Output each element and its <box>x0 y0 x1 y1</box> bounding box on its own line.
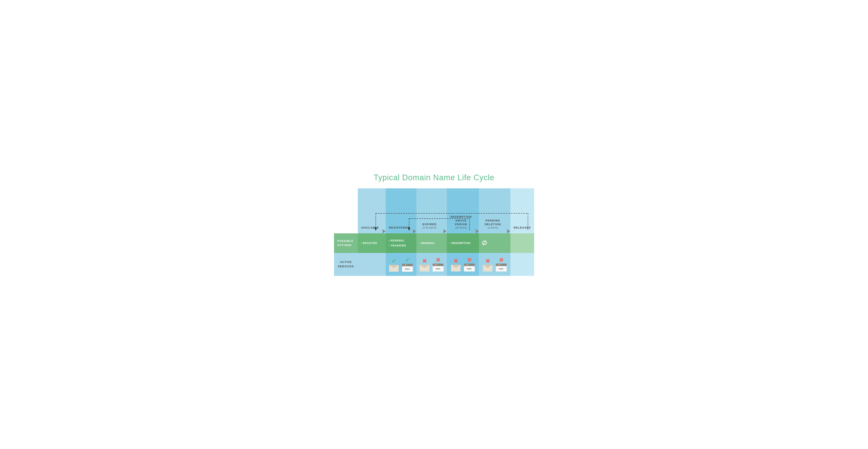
spacer-released <box>510 188 534 211</box>
envelope-pending <box>483 265 493 271</box>
action-registered: • RENEWAL• TRANSFER <box>386 233 416 253</box>
stage-available-label: AVAILABLE <box>360 226 380 230</box>
envelope-registered <box>389 265 399 272</box>
arrow-1 <box>382 229 385 233</box>
svg-point-35 <box>468 264 470 265</box>
stage-expired: EXPIRED (0-30 DAYS) <box>416 211 443 233</box>
svg-text:www.: www. <box>405 268 410 270</box>
check-browser-registered: ✔ <box>405 257 410 263</box>
browser-expired: www. <box>433 263 443 271</box>
service-registered-pair: ✔ ✔ <box>388 257 414 272</box>
stage-released: RELEASED <box>510 211 534 233</box>
spacer-available <box>358 188 382 211</box>
arrow-cell-5 <box>507 211 510 233</box>
browser-redemption: www. <box>464 263 475 271</box>
services-row-label: ACTIVESERVICES <box>334 253 358 276</box>
svg-point-15 <box>406 264 408 266</box>
spacer-arr2 <box>413 188 416 211</box>
action-expired-text: • RENEWAL <box>419 240 444 246</box>
stage-redemption-label: REDEMPTION GRACE PERIOD <box>449 215 473 226</box>
envelope-redemption <box>451 265 461 271</box>
x-email-redemption: ✖ <box>454 258 458 264</box>
stage-pending-sub: (5 DAYS) <box>481 226 504 229</box>
svg-text:www.: www. <box>499 268 503 270</box>
actions-row: POSSIBLEACTIONS • REGISTER • RENEWAL• TR… <box>334 233 534 253</box>
service-expired-pair: ✖ ✖ <box>418 257 445 271</box>
browser-pending: www. <box>496 263 507 271</box>
stage-redemption: REDEMPTION GRACE PERIOD (30 DAYS) <box>447 211 475 233</box>
envelope-svg-expired <box>420 265 429 271</box>
svg-point-45 <box>500 264 501 265</box>
stage-label-empty <box>334 211 358 233</box>
stage-expired-label: EXPIRED <box>418 223 441 226</box>
spacer-label <box>334 188 358 211</box>
page-title: Typical Domain Name Life Cycle <box>334 173 534 182</box>
actions-row-label: POSSIBLEACTIONS <box>334 233 358 253</box>
svg-point-44 <box>499 264 500 265</box>
x-browser-pending: ✖ <box>499 257 503 263</box>
stage-row: AVAILABLE REGISTERED EXPIRED (0-30 DAYS) <box>334 211 534 233</box>
svg-point-25 <box>437 264 438 265</box>
arrow-cell-2 <box>413 211 416 233</box>
action-available: • REGISTER <box>358 233 386 253</box>
service-redemption-email: ✖ <box>451 258 461 271</box>
service-redemption-pair: ✖ ✖ <box>449 257 477 271</box>
stage-registered-label: REGISTERED <box>388 226 410 230</box>
diagram-wrapper: AVAILABLE REGISTERED EXPIRED (0-30 DAYS) <box>334 188 534 276</box>
spacer-pending <box>479 188 507 211</box>
svg-point-43 <box>497 264 498 265</box>
stage-released-label: RELEASED <box>513 226 532 230</box>
spacer-arr3 <box>443 188 447 211</box>
arrow-cell-1 <box>382 211 386 233</box>
stage-registered: REGISTERED <box>386 211 413 233</box>
x-browser-redemption: ✖ <box>467 257 472 263</box>
browser-svg-registered: www. <box>402 264 413 272</box>
svg-text:www.: www. <box>435 268 440 270</box>
action-redemption-text: • REDEMPTION <box>450 240 476 246</box>
svg-point-34 <box>467 264 468 265</box>
service-pending-email: ✖ <box>483 258 493 271</box>
service-expired-browser: ✖ www. <box>433 257 443 271</box>
service-expired-email: ✖ <box>420 258 429 271</box>
svg-point-23 <box>434 264 435 265</box>
envelope-expired <box>420 265 429 271</box>
spacer-arr4 <box>475 188 479 211</box>
browser-registered: www. <box>402 264 413 272</box>
spacer-arr1 <box>382 188 386 211</box>
lifecycle-table: AVAILABLE REGISTERED EXPIRED (0-30 DAYS) <box>334 188 534 276</box>
envelope-svg-redemption <box>451 265 461 271</box>
service-redemption: ✖ ✖ <box>447 253 479 276</box>
arrow-2 <box>413 229 416 233</box>
browser-svg-redemption: www. <box>464 263 475 271</box>
stage-available: AVAILABLE <box>358 211 382 233</box>
check-email-registered: ✔ <box>392 258 396 264</box>
arrow-5 <box>507 229 510 233</box>
arrow-cell-3 <box>443 211 447 233</box>
x-browser-expired: ✖ <box>436 257 440 263</box>
x-email-pending: ✖ <box>486 258 490 264</box>
spacer-registered <box>386 188 413 211</box>
service-pending: ✖ ✖ <box>479 253 510 276</box>
action-released <box>510 233 534 253</box>
arrow-cell-4 <box>475 211 479 233</box>
spacer-redemption <box>447 188 475 211</box>
spacer-expired <box>416 188 443 211</box>
service-expired: ✖ ✖ <box>416 253 447 276</box>
spacer-arr5 <box>507 188 510 211</box>
service-registered-browser: ✔ <box>402 257 413 272</box>
service-available <box>358 253 386 276</box>
stage-pending: PENDING DELETION (5 DAYS) <box>479 211 507 233</box>
browser-svg-expired: www. <box>433 263 443 271</box>
envelope-svg-pending <box>483 265 493 271</box>
svg-point-33 <box>465 264 466 265</box>
service-registered: ✔ ✔ <box>386 253 416 276</box>
stage-redemption-sub: (30 DAYS) <box>449 226 473 229</box>
svg-point-13 <box>403 264 404 266</box>
service-redemption-browser: ✖ www. <box>464 257 475 271</box>
services-row: ACTIVESERVICES ✔ <box>334 253 534 276</box>
action-expired: • RENEWAL <box>416 233 447 253</box>
x-email-expired: ✖ <box>422 258 427 264</box>
arrow-4 <box>476 229 479 233</box>
main-container: Typical Domain Name Life Cycle <box>334 173 534 276</box>
action-registered-text: • RENEWAL• TRANSFER <box>389 238 413 248</box>
